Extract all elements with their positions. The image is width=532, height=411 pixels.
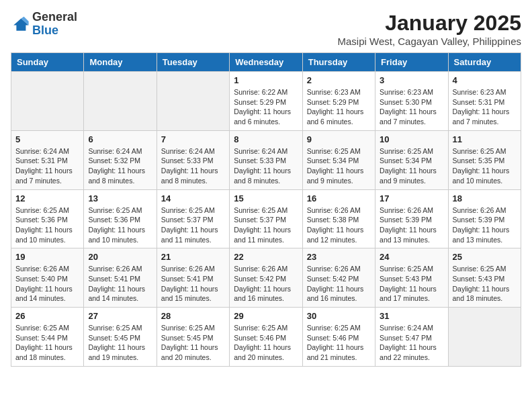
calendar-cell: 20Sunrise: 6:26 AMSunset: 5:41 PMDayligh… (84, 248, 157, 308)
day-number: 28 (161, 311, 225, 321)
calendar-cell: 15Sunrise: 6:25 AMSunset: 5:37 PMDayligh… (230, 189, 302, 248)
day-info: Sunrise: 6:26 AMSunset: 5:39 PMDaylight:… (453, 205, 517, 245)
calendar-cell: 13Sunrise: 6:25 AMSunset: 5:36 PMDayligh… (84, 189, 157, 248)
day-info: Sunrise: 6:26 AMSunset: 5:42 PMDaylight:… (234, 264, 298, 304)
day-number: 2 (307, 75, 371, 85)
calendar-cell: 17Sunrise: 6:26 AMSunset: 5:39 PMDayligh… (375, 189, 448, 248)
calendar-cell: 12Sunrise: 6:25 AMSunset: 5:36 PMDayligh… (11, 189, 84, 248)
day-number: 16 (307, 193, 371, 203)
day-info: Sunrise: 6:23 AMSunset: 5:29 PMDaylight:… (307, 87, 371, 127)
calendar-cell: 1Sunrise: 6:22 AMSunset: 5:29 PMDaylight… (230, 72, 302, 131)
calendar-cell: 25Sunrise: 6:25 AMSunset: 5:43 PMDayligh… (448, 248, 521, 308)
day-info: Sunrise: 6:22 AMSunset: 5:29 PMDaylight:… (234, 87, 298, 127)
day-info: Sunrise: 6:25 AMSunset: 5:46 PMDaylight:… (307, 323, 371, 363)
calendar-cell: 29Sunrise: 6:25 AMSunset: 5:46 PMDayligh… (230, 308, 302, 367)
day-number: 21 (161, 252, 225, 262)
calendar-cell: 24Sunrise: 6:25 AMSunset: 5:43 PMDayligh… (375, 248, 448, 308)
weekday-header-monday: Monday (84, 53, 157, 72)
calendar-cell: 3Sunrise: 6:23 AMSunset: 5:30 PMDaylight… (375, 72, 448, 131)
day-info: Sunrise: 6:26 AMSunset: 5:41 PMDaylight:… (161, 264, 225, 304)
day-info: Sunrise: 6:26 AMSunset: 5:42 PMDaylight:… (307, 264, 371, 304)
month-title: January 2025 (338, 11, 521, 36)
day-number: 31 (380, 311, 443, 321)
day-info: Sunrise: 6:26 AMSunset: 5:39 PMDaylight:… (380, 205, 443, 245)
day-number: 8 (234, 134, 298, 144)
calendar-cell: 6Sunrise: 6:24 AMSunset: 5:32 PMDaylight… (84, 130, 157, 189)
calendar-week-3: 12Sunrise: 6:25 AMSunset: 5:36 PMDayligh… (11, 189, 521, 248)
day-info: Sunrise: 6:23 AMSunset: 5:31 PMDaylight:… (453, 87, 517, 127)
day-number: 25 (453, 252, 517, 262)
day-number: 14 (161, 193, 225, 203)
location-subtitle: Masipi West, Cagayan Valley, Philippines (338, 36, 521, 47)
calendar-table: SundayMondayTuesdayWednesdayThursdayFrid… (11, 52, 521, 367)
day-number: 19 (15, 252, 79, 262)
calendar-header-row: SundayMondayTuesdayWednesdayThursdayFrid… (11, 53, 521, 72)
calendar-week-5: 26Sunrise: 6:25 AMSunset: 5:44 PMDayligh… (11, 308, 521, 367)
calendar-cell: 26Sunrise: 6:25 AMSunset: 5:44 PMDayligh… (11, 308, 84, 367)
day-number: 3 (380, 75, 443, 85)
day-number: 10 (380, 134, 443, 144)
weekday-header-sunday: Sunday (11, 53, 84, 72)
calendar-cell: 21Sunrise: 6:26 AMSunset: 5:41 PMDayligh… (157, 248, 229, 308)
calendar-week-2: 5Sunrise: 6:24 AMSunset: 5:31 PMDaylight… (11, 130, 521, 189)
day-info: Sunrise: 6:25 AMSunset: 5:45 PMDaylight:… (88, 323, 152, 363)
page-header: General Blue January 2025 Masipi West, C… (11, 11, 521, 47)
day-info: Sunrise: 6:25 AMSunset: 5:44 PMDaylight:… (15, 323, 79, 363)
calendar-cell (448, 308, 521, 367)
day-number: 7 (161, 134, 225, 144)
calendar-week-1: 1Sunrise: 6:22 AMSunset: 5:29 PMDaylight… (11, 72, 521, 131)
calendar-cell: 27Sunrise: 6:25 AMSunset: 5:45 PMDayligh… (84, 308, 157, 367)
calendar-week-4: 19Sunrise: 6:26 AMSunset: 5:40 PMDayligh… (11, 248, 521, 308)
calendar-cell: 23Sunrise: 6:26 AMSunset: 5:42 PMDayligh… (302, 248, 375, 308)
calendar-cell: 19Sunrise: 6:26 AMSunset: 5:40 PMDayligh… (11, 248, 84, 308)
calendar-cell: 16Sunrise: 6:26 AMSunset: 5:38 PMDayligh… (302, 189, 375, 248)
day-number: 20 (88, 252, 152, 262)
day-info: Sunrise: 6:25 AMSunset: 5:36 PMDaylight:… (15, 205, 79, 245)
day-info: Sunrise: 6:25 AMSunset: 5:34 PMDaylight:… (380, 146, 443, 186)
calendar-cell: 22Sunrise: 6:26 AMSunset: 5:42 PMDayligh… (230, 248, 302, 308)
day-info: Sunrise: 6:26 AMSunset: 5:41 PMDaylight:… (88, 264, 152, 304)
day-info: Sunrise: 6:24 AMSunset: 5:33 PMDaylight:… (234, 146, 298, 186)
calendar-cell: 9Sunrise: 6:25 AMSunset: 5:34 PMDaylight… (302, 130, 375, 189)
day-info: Sunrise: 6:26 AMSunset: 5:40 PMDaylight:… (15, 264, 79, 304)
day-info: Sunrise: 6:25 AMSunset: 5:46 PMDaylight:… (234, 323, 298, 363)
day-number: 12 (15, 193, 79, 203)
logo-general-text: General (32, 10, 77, 24)
day-info: Sunrise: 6:24 AMSunset: 5:33 PMDaylight:… (161, 146, 225, 186)
calendar-cell: 31Sunrise: 6:24 AMSunset: 5:47 PMDayligh… (375, 308, 448, 367)
day-info: Sunrise: 6:24 AMSunset: 5:32 PMDaylight:… (88, 146, 152, 186)
day-number: 29 (234, 311, 298, 321)
day-info: Sunrise: 6:24 AMSunset: 5:31 PMDaylight:… (15, 146, 79, 186)
day-info: Sunrise: 6:25 AMSunset: 5:43 PMDaylight:… (453, 264, 517, 304)
day-number: 13 (88, 193, 152, 203)
day-number: 11 (453, 134, 517, 144)
logo-blue-text: Blue (32, 24, 58, 37)
calendar-cell: 10Sunrise: 6:25 AMSunset: 5:34 PMDayligh… (375, 130, 448, 189)
day-number: 5 (15, 134, 79, 144)
calendar-cell: 28Sunrise: 6:25 AMSunset: 5:45 PMDayligh… (157, 308, 229, 367)
day-number: 1 (234, 75, 298, 85)
day-info: Sunrise: 6:23 AMSunset: 5:30 PMDaylight:… (380, 87, 443, 127)
calendar-cell: 18Sunrise: 6:26 AMSunset: 5:39 PMDayligh… (448, 189, 521, 248)
day-number: 24 (380, 252, 443, 262)
calendar-cell: 7Sunrise: 6:24 AMSunset: 5:33 PMDaylight… (157, 130, 229, 189)
day-info: Sunrise: 6:25 AMSunset: 5:36 PMDaylight:… (88, 205, 152, 245)
weekday-header-friday: Friday (375, 53, 448, 72)
calendar-body: 1Sunrise: 6:22 AMSunset: 5:29 PMDaylight… (11, 72, 521, 367)
day-info: Sunrise: 6:26 AMSunset: 5:38 PMDaylight:… (307, 205, 371, 245)
calendar-cell (11, 72, 84, 131)
calendar-cell: 2Sunrise: 6:23 AMSunset: 5:29 PMDaylight… (302, 72, 375, 131)
day-number: 18 (453, 193, 517, 203)
calendar-cell: 30Sunrise: 6:25 AMSunset: 5:46 PMDayligh… (302, 308, 375, 367)
weekday-header-thursday: Thursday (302, 53, 375, 72)
day-info: Sunrise: 6:25 AMSunset: 5:37 PMDaylight:… (234, 205, 298, 245)
day-number: 22 (234, 252, 298, 262)
title-block: January 2025 Masipi West, Cagayan Valley… (338, 11, 521, 47)
day-number: 6 (88, 134, 152, 144)
day-number: 27 (88, 311, 152, 321)
day-number: 23 (307, 252, 371, 262)
day-info: Sunrise: 6:25 AMSunset: 5:35 PMDaylight:… (453, 146, 517, 186)
day-number: 26 (15, 311, 79, 321)
calendar-cell (84, 72, 157, 131)
calendar-cell: 4Sunrise: 6:23 AMSunset: 5:31 PMDaylight… (448, 72, 521, 131)
